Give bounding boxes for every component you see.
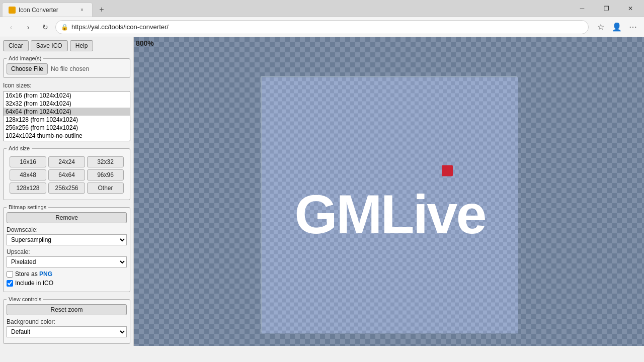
- bitmap-settings-section: Bitmap settings Remove Downscale: Supers…: [3, 204, 130, 292]
- preview-image: GMLive: [262, 77, 518, 334]
- store-png-row: Store as PNG: [7, 270, 127, 278]
- view-controls-legend: View controls: [7, 296, 43, 302]
- add-images-section: Add image(s) Choose File No file chosen: [3, 55, 130, 78]
- add-images-legend: Add image(s): [7, 55, 43, 61]
- remove-button[interactable]: Remove: [7, 212, 127, 223]
- downscale-select[interactable]: Supersampling Bilinear Nearest: [7, 234, 127, 245]
- bookmark-button[interactable]: ☆: [594, 20, 608, 34]
- size-btn-96x96[interactable]: 96x96: [87, 169, 124, 180]
- save-ico-button[interactable]: Save ICO: [31, 40, 68, 51]
- size-option-256[interactable]: 256x256 (from 1024x1024): [4, 124, 130, 132]
- minimize-button[interactable]: ─: [571, 1, 594, 17]
- size-option-32[interactable]: 32x32 (from 1024x1024): [4, 100, 130, 108]
- bg-color-label: Background color:: [7, 318, 127, 325]
- size-option-128[interactable]: 128x128 (from 1024x1024): [4, 116, 130, 124]
- icon-sizes-section: Icon sizes: 16x16 (from 1024x1024) 32x32…: [3, 82, 130, 141]
- window-controls: ─ ❐ ✕: [571, 1, 642, 17]
- include-ico-row: Include in ICO: [7, 280, 127, 287]
- upscale-select[interactable]: Pixelated Bilinear Supersampling: [7, 256, 127, 267]
- include-ico-checkbox[interactable]: [7, 280, 13, 287]
- reset-zoom-button[interactable]: Reset zoom: [7, 304, 127, 315]
- bg-color-row: Background color: Default White Black Tr…: [7, 318, 127, 337]
- tab-close-button[interactable]: ×: [78, 6, 86, 14]
- size-option-1024[interactable]: 1024x1024 thumb-no-outline: [4, 132, 130, 140]
- upscale-row: Upscale: Pixelated Bilinear Supersamplin…: [7, 248, 127, 267]
- size-btn-256x256[interactable]: 256x256: [48, 183, 85, 194]
- restore-button[interactable]: ❐: [595, 1, 618, 17]
- size-btn-48x48[interactable]: 48x48: [10, 169, 46, 180]
- profile-button[interactable]: 👤: [610, 20, 624, 34]
- browser-toolbar: ‹ › ↻ 🔒 https://yal.cc/tools/icon-conver…: [0, 17, 644, 37]
- forward-button[interactable]: ›: [21, 20, 35, 34]
- add-size-section: Add size 16x16 24x24 32x32 48x48 64x64 9…: [3, 145, 130, 200]
- size-btn-16x16[interactable]: 16x16: [10, 156, 46, 167]
- back-button[interactable]: ‹: [4, 20, 18, 34]
- view-controls-section: View controls Reset zoom Background colo…: [3, 296, 130, 344]
- size-btn-64x64[interactable]: 64x64: [48, 169, 85, 180]
- tab-bar: Icon Converter × + ─ ❐ ✕: [0, 0, 644, 17]
- add-size-legend: Add size: [7, 145, 32, 151]
- bg-color-select[interactable]: Default White Black Transparent: [7, 326, 127, 337]
- clear-button[interactable]: Clear: [3, 40, 29, 51]
- refresh-button[interactable]: ↻: [38, 20, 52, 34]
- menu-button[interactable]: ⋯: [626, 20, 640, 34]
- file-name-label: No file chosen: [51, 65, 89, 72]
- preview-container: GMLive: [261, 76, 517, 333]
- include-ico-label: Include in ICO: [15, 280, 53, 287]
- red-dot: [442, 165, 453, 176]
- size-btn-128x128[interactable]: 128x128: [10, 183, 46, 194]
- active-tab[interactable]: Icon Converter ×: [2, 3, 93, 17]
- new-tab-button[interactable]: +: [95, 3, 109, 17]
- bitmap-settings-legend: Bitmap settings: [7, 204, 48, 210]
- file-input-row: Choose File No file chosen: [7, 63, 127, 74]
- size-btn-24x24[interactable]: 24x24: [48, 156, 85, 167]
- preview-area[interactable]: 800% GMLive: [134, 37, 644, 346]
- address-bar[interactable]: 🔒 https://yal.cc/tools/icon-converter/: [55, 20, 589, 34]
- store-png-label: Store as PNG: [15, 270, 52, 278]
- size-option-64[interactable]: 64x64 (from 1024x1024): [4, 108, 130, 116]
- left-panel: Clear Save ICO Help Add image(s) Choose …: [0, 37, 134, 346]
- store-png-checkbox[interactable]: [7, 271, 13, 278]
- size-option-16[interactable]: 16x16 (from 1024x1024): [4, 92, 130, 100]
- downscale-label: Downscale:: [7, 226, 127, 233]
- tab-title: Icon Converter: [19, 7, 75, 14]
- main-content: Clear Save ICO Help Add image(s) Choose …: [0, 37, 644, 346]
- size-btn-32x32[interactable]: 32x32: [87, 156, 124, 167]
- tab-favicon-icon: [9, 7, 16, 14]
- upscale-label: Upscale:: [7, 248, 127, 255]
- size-btn-other[interactable]: Other: [87, 183, 124, 194]
- address-lock-icon: 🔒: [61, 24, 68, 31]
- gmlive-text: GMLive: [294, 183, 485, 245]
- size-buttons-grid: 16x16 24x24 32x32 48x48 64x64 96x96 128x…: [7, 153, 127, 197]
- downscale-row: Downscale: Supersampling Bilinear Neares…: [7, 226, 127, 245]
- icon-sizes-label: Icon sizes:: [3, 82, 130, 89]
- zoom-label: 800%: [136, 39, 154, 47]
- help-button[interactable]: Help: [70, 40, 94, 51]
- top-toolbar: Clear Save ICO Help: [3, 40, 130, 51]
- address-url: https://yal.cc/tools/icon-converter/: [71, 23, 169, 31]
- icon-sizes-listbox[interactable]: 16x16 (from 1024x1024) 32x32 (from 1024x…: [3, 91, 130, 141]
- close-button[interactable]: ✕: [619, 1, 642, 17]
- toolbar-right-buttons: ☆ 👤 ⋯: [594, 20, 640, 34]
- choose-file-button[interactable]: Choose File: [7, 63, 48, 74]
